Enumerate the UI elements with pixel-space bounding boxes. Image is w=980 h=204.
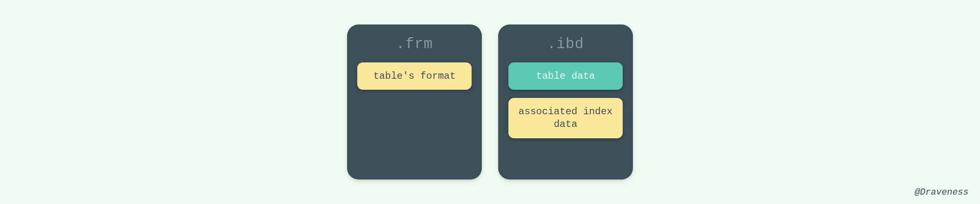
frm-item-table-format: table's format	[357, 62, 472, 90]
frm-title: .frm	[396, 36, 433, 53]
frm-file-box: .frm table's format	[347, 24, 482, 180]
ibd-title: .ibd	[547, 36, 584, 53]
ibd-item-index-data: associated index data	[508, 98, 623, 138]
attribution-text: @Draveness	[915, 187, 969, 197]
ibd-file-box: .ibd table data associated index data	[498, 24, 633, 180]
ibd-item-table-data: table data	[508, 62, 623, 90]
